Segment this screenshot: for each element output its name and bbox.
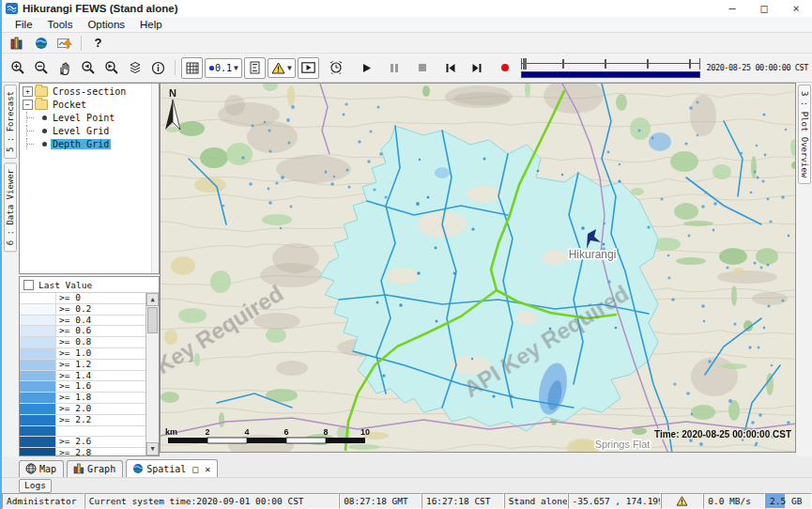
zoom-out-icon[interactable] bbox=[30, 57, 52, 79]
close-pane-icon[interactable]: ✕ bbox=[205, 464, 210, 474]
help-button[interactable]: ? bbox=[87, 32, 109, 54]
legend-row[interactable]: >= 1.2 bbox=[20, 360, 146, 371]
folder-icon bbox=[35, 100, 48, 110]
legend-row[interactable]: >= 0.2 bbox=[20, 304, 146, 316]
tree-node-label: Level Grid bbox=[51, 126, 111, 136]
color-swatch bbox=[20, 337, 56, 347]
maximize-button[interactable]: □ bbox=[748, 0, 780, 17]
stop-icon[interactable] bbox=[412, 57, 434, 79]
last-value-checkbox[interactable] bbox=[23, 280, 34, 290]
step-to-start-icon[interactable] bbox=[440, 57, 462, 79]
collapse-icon[interactable]: − bbox=[23, 100, 33, 110]
class-interval-dropdown[interactable]: 0.1 ▼ bbox=[205, 58, 242, 78]
globe-icon bbox=[132, 463, 144, 474]
restore-pane-icon[interactable]: □ bbox=[192, 464, 198, 474]
warnings-dropdown[interactable]: ▼ bbox=[268, 58, 296, 78]
window-title: Hikurangi FEWS (Stand alone) bbox=[23, 3, 177, 14]
tab-graph[interactable]: Graph bbox=[67, 460, 123, 477]
tree-scrollbar[interactable] bbox=[151, 84, 159, 273]
logs-button[interactable]: Logs bbox=[19, 479, 52, 493]
globe-map-icon[interactable] bbox=[30, 32, 52, 54]
status-memory: 2.5 GB bbox=[765, 493, 812, 509]
tree-node-depth-grid[interactable]: Depth Grid bbox=[20, 138, 159, 149]
status-user: Administrator bbox=[2, 493, 84, 509]
bullet-icon bbox=[42, 142, 47, 147]
status-mode: Stand alone bbox=[504, 493, 568, 509]
globe-grid-icon bbox=[25, 463, 37, 474]
tree-node-label: Pocket bbox=[51, 100, 88, 110]
record-icon[interactable] bbox=[495, 57, 516, 79]
menu-file[interactable]: File bbox=[8, 19, 40, 30]
color-swatch bbox=[20, 293, 56, 303]
locality-label: Springs Flat bbox=[595, 439, 651, 450]
legend-row[interactable]: >= 1.0 bbox=[20, 348, 146, 360]
color-swatch bbox=[20, 381, 56, 392]
tree-node-label: Level Point bbox=[51, 113, 116, 123]
app-window: Hikurangi FEWS (Stand alone) – □ × File … bbox=[0, 0, 812, 509]
status-warning-cell[interactable] bbox=[661, 493, 703, 509]
svg-text:10: 10 bbox=[360, 427, 370, 437]
zoom-next-icon[interactable] bbox=[100, 57, 122, 79]
main-toolbar: ? bbox=[2, 33, 812, 54]
close-button[interactable]: × bbox=[780, 0, 812, 17]
main-area: 5 : Forecast 6 : Data Viewer + Cross-sec… bbox=[2, 83, 812, 456]
minimize-button[interactable]: – bbox=[716, 0, 748, 17]
tab-plot-overview[interactable]: 3 : Plot Overview bbox=[798, 85, 811, 184]
folder-icon bbox=[35, 86, 48, 97]
legend-scrollbar[interactable]: ▲ ▼ bbox=[146, 293, 159, 455]
map-view[interactable]: Hikurangi Springs Flat API Key Required … bbox=[160, 83, 796, 453]
grid-display-icon[interactable] bbox=[181, 57, 203, 79]
status-bar: Administrator Current system time:2020-0… bbox=[2, 493, 812, 509]
expand-icon[interactable]: + bbox=[23, 86, 33, 97]
menu-options[interactable]: Options bbox=[80, 19, 132, 30]
legend-row[interactable]: >= 2.0 bbox=[20, 404, 146, 415]
color-swatch bbox=[20, 371, 56, 381]
pause-icon[interactable] bbox=[384, 57, 406, 79]
time-slider-thumb[interactable] bbox=[523, 58, 527, 69]
time-slider[interactable] bbox=[521, 58, 701, 78]
zoom-in-icon[interactable] bbox=[7, 57, 28, 79]
zoom-previous-icon[interactable] bbox=[77, 57, 99, 79]
tree-node-pocket[interactable]: − Pocket bbox=[20, 99, 159, 110]
menu-help[interactable]: Help bbox=[132, 19, 170, 30]
bullet-icon bbox=[42, 129, 47, 133]
interval-value: 0.1 bbox=[215, 63, 232, 73]
menu-tools[interactable]: Tools bbox=[40, 19, 81, 30]
legend-row[interactable]: >= 2.8 bbox=[20, 448, 146, 455]
database-archive-icon[interactable] bbox=[7, 32, 28, 54]
scroll-up-icon[interactable]: ▲ bbox=[146, 293, 159, 306]
bar-chart-icon bbox=[73, 463, 84, 474]
pan-hand-icon[interactable] bbox=[54, 57, 75, 79]
step-to-end-icon[interactable] bbox=[467, 57, 488, 79]
tree-node-level-point[interactable]: Level Point bbox=[20, 112, 159, 123]
town-label: Hikurangi bbox=[569, 248, 617, 261]
scroll-thumb[interactable] bbox=[147, 307, 158, 333]
animation-timer-icon[interactable] bbox=[326, 57, 347, 79]
tab-forecast[interactable]: 5 : Forecast bbox=[4, 85, 17, 159]
tab-spatial[interactable]: Spatial □ ✕ bbox=[126, 459, 218, 477]
color-swatch bbox=[20, 393, 56, 403]
movie-player-icon[interactable] bbox=[298, 57, 319, 79]
svg-text:8: 8 bbox=[323, 427, 328, 437]
map-time-label: Time: 2020-08-25 00:00:00 CST bbox=[654, 429, 791, 440]
info-icon[interactable] bbox=[147, 57, 169, 79]
warning-triangle-icon bbox=[271, 62, 285, 74]
chevron-down-icon: ▼ bbox=[234, 64, 238, 72]
longitudinal-profile-icon[interactable] bbox=[244, 57, 266, 79]
tab-data-viewer[interactable]: 6 : Data Viewer bbox=[4, 162, 17, 252]
svg-text:4: 4 bbox=[244, 427, 249, 437]
legend-row[interactable]: >= 2.2 bbox=[20, 415, 146, 426]
logs-row: Logs bbox=[2, 478, 812, 493]
tab-map[interactable]: Map bbox=[19, 460, 64, 477]
color-swatch bbox=[20, 360, 56, 370]
legend-rows: >= 0 >= 0.2 >= 0.4 >= 0.6 >= 0.8 >= 1.0 … bbox=[20, 293, 146, 455]
status-gmt-time: 08:27:18 GMT bbox=[339, 493, 421, 509]
scroll-down-icon[interactable]: ▼ bbox=[146, 442, 159, 455]
timeseries-import-icon[interactable] bbox=[54, 32, 75, 54]
status-system-time: Current system time:2020-09-01 00:00 CST bbox=[84, 493, 339, 509]
tree-node-cross-section[interactable]: + Cross-section bbox=[20, 85, 159, 97]
play-icon[interactable] bbox=[356, 57, 377, 79]
layers-icon[interactable] bbox=[124, 57, 146, 79]
toolbar-separator bbox=[175, 60, 176, 75]
tree-node-level-grid[interactable]: Level Grid bbox=[20, 125, 159, 136]
